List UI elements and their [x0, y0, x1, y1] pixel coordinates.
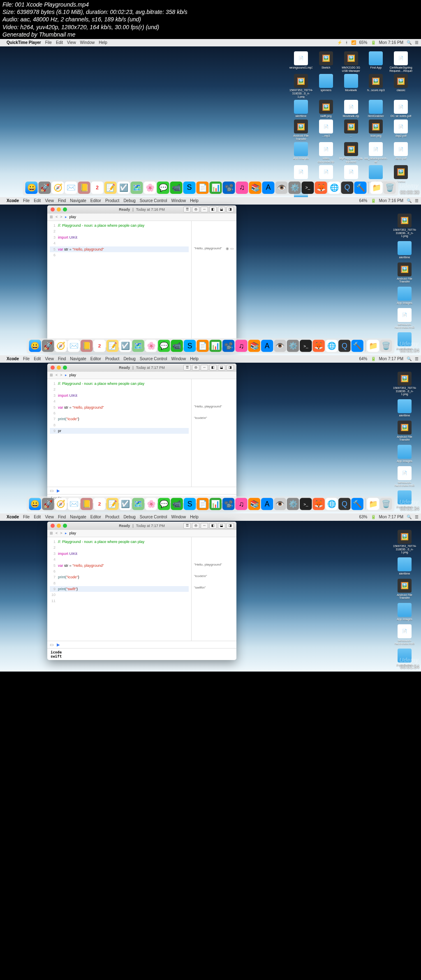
dock-calendar[interactable]: 2: [93, 498, 105, 510]
dock-numbers[interactable]: 📊: [210, 340, 222, 352]
desktop-icon[interactable]: 📄bensound-happyrock.mp3: [392, 308, 417, 329]
dock-appstore[interactable]: A: [261, 498, 273, 510]
close-button[interactable]: [51, 524, 55, 528]
battery-percent[interactable]: 64%: [359, 198, 368, 203]
dock-xcode[interactable]: 🔨: [352, 498, 363, 510]
menu-source-control[interactable]: Source Control: [140, 515, 167, 519]
bottom-panel-button[interactable]: ⬓: [218, 365, 225, 370]
traffic-lights[interactable]: [51, 524, 67, 528]
window-titlebar[interactable]: Ready|Today at 7:17 PM ☰◎↔◧⬓◨: [47, 363, 236, 372]
dock-chrome[interactable]: 🌐: [326, 498, 338, 510]
wifi-icon[interactable]: ⚡: [337, 40, 342, 45]
dock-skype[interactable]: S: [184, 340, 196, 352]
breadcrumb-file[interactable]: play: [69, 531, 76, 535]
right-panel-button[interactable]: ◨: [227, 365, 234, 370]
menu-help[interactable]: Help: [190, 198, 199, 203]
dock-firefox[interactable]: 🦊: [312, 340, 324, 352]
dock-terminal[interactable]: >_: [302, 182, 314, 194]
app-menu[interactable]: QuickTime Player: [7, 40, 41, 45]
dock-preview[interactable]: 👁️: [274, 498, 286, 510]
desktop-icon[interactable]: App Images: [392, 287, 417, 305]
battery-percent[interactable]: 63%: [359, 515, 368, 519]
back-button[interactable]: <: [56, 531, 58, 535]
xcode-playground-window[interactable]: Ready|Today at 7:17 PM ☰◎↔◧⬓◨ ⊞<>▸play 1…: [47, 363, 236, 503]
menu-edit[interactable]: Edit: [34, 198, 41, 203]
dock-itunes[interactable]: ♫: [235, 340, 247, 352]
desktop-icon[interactable]: 📄ios_development.c er: [364, 142, 387, 163]
standard-editor-button[interactable]: ☰: [183, 365, 191, 370]
dock-preferences[interactable]: ⚙️: [287, 498, 299, 510]
zoom-button[interactable]: [63, 366, 67, 370]
app-menu[interactable]: Xcode: [7, 198, 19, 203]
menu-file[interactable]: File: [45, 40, 52, 45]
desktop-icon[interactable]: 🖼️Android File Transfer: [289, 120, 312, 140]
dock-messages[interactable]: 💬: [157, 182, 169, 194]
debug-bar[interactable]: ▭▶: [47, 641, 236, 648]
debug-area-toggle[interactable]: ▭: [50, 488, 53, 493]
dock-terminal[interactable]: >_: [300, 340, 312, 352]
battery-icon[interactable]: 🔋: [371, 357, 376, 361]
console-output[interactable]: icode swift: [47, 648, 236, 660]
dock-safari[interactable]: 🧭: [55, 498, 67, 510]
menu-file[interactable]: File: [23, 357, 30, 361]
left-panel-button[interactable]: ◧: [209, 365, 217, 370]
forward-button[interactable]: >: [60, 531, 62, 535]
desktop-icon[interactable]: 📄dsp1.pdf: [389, 142, 412, 163]
dock-downloads[interactable]: 📁: [370, 182, 383, 194]
clock[interactable]: Mon 7:17 PM: [379, 515, 403, 519]
desktop-icon[interactable]: 🖼️MyPlayground.pla yground: [340, 142, 363, 163]
dock-launchpad[interactable]: 🚀: [39, 182, 51, 194]
back-button[interactable]: <: [56, 215, 58, 219]
macos-dock[interactable]: 😀 🚀 🧭 ✉️ 📒 2 📝 ☑️ 🗺️ 🌸 💬 📹 S 📄 📊 📽️ ♫ 📚 …: [27, 338, 395, 353]
menu-edit[interactable]: Edit: [56, 40, 63, 45]
dock-contacts[interactable]: 📒: [81, 340, 93, 352]
menu-edit[interactable]: Edit: [34, 515, 41, 519]
menu-window[interactable]: Window: [171, 357, 186, 361]
desktop-icon[interactable]: First App: [364, 51, 387, 72]
desktop-icon[interactable]: App Images: [289, 142, 312, 163]
forward-button[interactable]: >: [60, 215, 62, 219]
notifications-icon[interactable]: ☰: [415, 40, 419, 45]
xcode-playground-window[interactable]: Ready|Today at 7:17 PM ☰◎↔◧⬓◨ ⊞<>▸play 1…: [47, 522, 236, 660]
toolbar-layout-buttons[interactable]: ☰◎↔◧⬓◨: [183, 523, 234, 529]
related-items-icon[interactable]: ⊞: [50, 373, 53, 377]
desktop-icon[interactable]: spinners: [315, 74, 338, 98]
version-editor-button[interactable]: ↔: [201, 365, 208, 370]
desktop-icon[interactable]: 🖼️MMX210G 3G USB Manager: [340, 51, 363, 72]
dock-reminders[interactable]: ☑️: [118, 182, 130, 194]
dock-firefox[interactable]: 🦊: [315, 182, 327, 194]
dock-itunes[interactable]: ♫: [235, 498, 247, 510]
dock-trash[interactable]: 🗑️: [380, 498, 392, 510]
notifications-icon[interactable]: ☰: [415, 198, 419, 203]
standard-editor-button[interactable]: ☰: [183, 207, 191, 212]
assistant-editor-button[interactable]: ◎: [192, 207, 199, 212]
dock-skype[interactable]: S: [183, 182, 196, 194]
dock-photos[interactable]: 🌸: [144, 182, 156, 194]
run-button[interactable]: ▶: [57, 642, 60, 647]
toolbar-layout-buttons[interactable]: ☰ ◎ ↔ ◧ ⬓ ◨: [183, 207, 234, 212]
related-items-icon[interactable]: ⊞: [50, 215, 53, 219]
menu-editor[interactable]: Editor: [90, 515, 101, 519]
menu-source-control[interactable]: Source Control: [140, 198, 167, 203]
minimize-button[interactable]: [57, 524, 61, 528]
desktop-icon[interactable]: 📄CertificateSigning Request....Request: [389, 51, 412, 72]
clock[interactable]: Mon 7:16 PM: [379, 198, 403, 203]
dock-safari[interactable]: 🧭: [55, 340, 67, 352]
bottom-panel-button[interactable]: ⬓: [218, 207, 225, 212]
dock-contacts[interactable]: 📒: [78, 182, 90, 194]
dock-preview[interactable]: 👁️: [274, 340, 286, 352]
menu-product[interactable]: Product: [105, 357, 119, 361]
jump-bar[interactable]: ⊞<>▸play: [47, 372, 236, 379]
left-panel-button[interactable]: ◧: [209, 523, 217, 529]
menu-view[interactable]: View: [45, 515, 54, 519]
traffic-lights[interactable]: [51, 366, 67, 370]
dock-keynote[interactable]: 📽️: [222, 498, 234, 510]
breadcrumb-file[interactable]: play: [69, 373, 76, 377]
quicklook-icon[interactable]: ◉ ▭: [226, 246, 234, 251]
spotlight-icon[interactable]: 🔍: [407, 40, 412, 45]
dock-reminders[interactable]: ☑️: [119, 498, 131, 510]
menu-product[interactable]: Product: [105, 515, 119, 519]
spotlight-icon[interactable]: 🔍: [407, 198, 412, 203]
dock-safari[interactable]: 🧭: [52, 182, 64, 194]
dock-preferences[interactable]: ⚙️: [287, 340, 299, 352]
